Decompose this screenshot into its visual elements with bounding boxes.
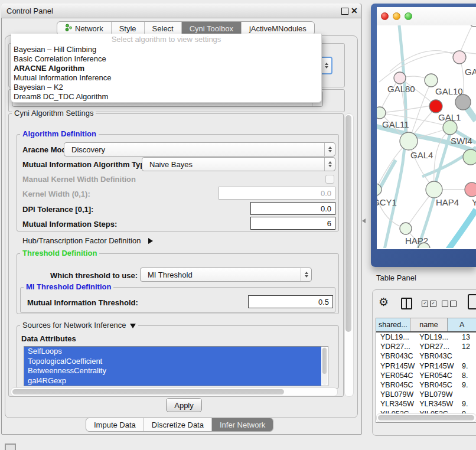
network-node[interactable] [469, 25, 476, 27]
node-label: Y [472, 197, 476, 207]
mi-threshold-group-title: MI Threshold Definition [24, 283, 113, 291]
zoom-traffic-light-icon[interactable] [405, 12, 412, 20]
tab-impute-data[interactable]: Impute Data [86, 418, 144, 431]
column-header-shared-[interactable]: shared... [376, 318, 410, 331]
manual-kernel-checkbox[interactable] [325, 175, 334, 184]
table-row[interactable]: YLR345WYLR345W9. [376, 399, 476, 409]
algorithm-option-dream8-dc-tdc-algorithm[interactable]: Dream8 DC_TDC Algorithm [11, 92, 321, 102]
table-cell: YBR045C [376, 381, 416, 389]
network-node-gal80[interactable] [394, 72, 406, 84]
table-row[interactable]: YBR045CYBR045C9. [376, 380, 476, 390]
network-node-hap4[interactable] [426, 181, 442, 198]
tab-label: Select [152, 24, 174, 33]
mi-threshold-label: Mutual Information Threshold: [27, 298, 138, 307]
attribute-item-betweennesscentrality[interactable]: BetweennessCentrality [24, 366, 321, 376]
control-panel-titlebar[interactable]: Control Panel [1, 4, 361, 18]
mi-threshold-field[interactable]: 0.5 [248, 295, 333, 308]
scrollbar-thumb[interactable] [322, 348, 327, 374]
close-icon[interactable]: ✕ [351, 6, 358, 15]
mi-steps-label: Mutual Information Steps: [22, 220, 117, 229]
algorithm-option-basic-correlation-inference[interactable]: Basic Correlation Inference [11, 54, 321, 64]
table-cell: 13 [461, 333, 476, 341]
float-window-icon[interactable] [341, 8, 348, 15]
table-row[interactable]: YBR043CYBR043C [376, 351, 476, 361]
tab-cyni-toolbox[interactable]: Cyni Toolbox [182, 22, 242, 35]
attribute-item-gal4rgexp[interactable]: gal4RGexp [24, 376, 321, 386]
network-node-gal4[interactable] [400, 132, 418, 150]
table-cell: 9. [461, 400, 476, 408]
scrollbar-thumb[interactable] [378, 415, 474, 420]
table-cell: YDR27... [416, 343, 461, 351]
table-header-row: shared...nameA [376, 318, 476, 332]
algorithm-option-bayesian-k2[interactable]: Bayesian – K2 [11, 83, 321, 92]
gear-icon[interactable]: ⚙ [379, 296, 389, 309]
network-canvas[interactable]: GALGAL80GAL10GAL11GAL1SWI4GAL4GCY1HAP4YH… [377, 25, 476, 248]
settings-vertical-scrollbar[interactable] [344, 113, 354, 397]
collapsed-arrow-icon [148, 238, 153, 244]
network-node-gal1[interactable] [443, 120, 457, 135]
table-cell: 8. [461, 371, 476, 380]
table-row[interactable]: YDR27...YDR27...12 [376, 342, 476, 351]
kernel-width-field[interactable]: 0.0 [219, 187, 335, 200]
tab-select[interactable]: Select [145, 22, 182, 35]
table-horizontal-scrollbar[interactable] [376, 413, 476, 422]
node-label: GAL10 [435, 86, 463, 96]
dpi-tolerance-field[interactable]: 0.0 [250, 202, 335, 215]
aracne-mode-select[interactable]: Discovery [64, 142, 335, 156]
mi-type-select[interactable]: Naive Bayes [142, 157, 335, 171]
table-row[interactable]: YBL079WYBL079W [376, 390, 476, 399]
checked-pair-icon[interactable]: ✓✓ [422, 301, 436, 307]
network-node[interactable] [429, 100, 442, 113]
close-traffic-light-icon[interactable] [381, 12, 389, 20]
settings-horizontal-scrollbar[interactable] [11, 387, 338, 396]
table-cell: YLR345W [376, 400, 416, 408]
tab-jactivemnodules[interactable]: jActiveMNodules [242, 22, 314, 35]
apply-button[interactable]: Apply [166, 398, 202, 412]
tab-infer-network[interactable]: Infer Network [212, 418, 273, 431]
algorithm-option-aracne-algorithm[interactable]: ARACNE Algorithm [11, 64, 321, 73]
table-cell: YBL079W [376, 390, 416, 399]
network-node-gal10[interactable] [425, 74, 438, 87]
which-threshold-select[interactable]: MI Threshold [140, 268, 312, 282]
hub-definition-toggle[interactable]: Hub/Transcription Factor Definition [22, 235, 153, 246]
table-row[interactable]: YER054CYER054C8. [376, 371, 476, 380]
table-row[interactable]: YDL19...YDL19...13 [376, 332, 476, 342]
network-window-titlebar[interactable] [377, 7, 476, 26]
node-label: GAL80 [387, 84, 415, 94]
algorithm-option-bayesian-hill-climbing[interactable]: Bayesian – Hill Climbing [11, 45, 321, 54]
table-row[interactable]: YPR145WYPR145W9. [376, 361, 476, 371]
network-node[interactable] [455, 94, 471, 110]
scrollbar-thumb[interactable] [345, 115, 351, 332]
tab-network[interactable]: Network [57, 22, 112, 35]
table-cell: YBR043C [376, 352, 416, 360]
tab-discretize-data[interactable]: Discretize Data [144, 418, 212, 431]
unchecked-pair-icon[interactable] [442, 301, 457, 307]
scrollbar-thumb[interactable] [12, 389, 284, 394]
minimize-traffic-light-icon[interactable] [393, 12, 400, 20]
network-node-hap2[interactable] [400, 223, 412, 234]
mi-steps-field[interactable]: 6 [250, 217, 335, 230]
splitter-collapse-icon[interactable] [362, 219, 366, 223]
table-cell: YDR27... [376, 343, 416, 351]
network-node-swi4[interactable] [463, 149, 476, 165]
attribute-item-selfloops[interactable]: SelfLoops [24, 347, 321, 357]
table-icon[interactable] [468, 294, 476, 309]
algorithm-definition-title: Algorithm Definition [20, 130, 99, 138]
attribute-item-topologicalcoefficient[interactable]: TopologicalCoefficient [24, 357, 321, 367]
list-vertical-scrollbar[interactable] [322, 347, 327, 385]
spinner-icon [321, 58, 331, 73]
column-header-name[interactable]: name [410, 318, 448, 331]
tab-style[interactable]: Style [112, 22, 145, 35]
table-cell: YER054C [376, 371, 416, 380]
network-node-gal[interactable] [453, 51, 466, 64]
node-label: GAL4 [410, 150, 433, 160]
table-cell: YPR145W [376, 362, 416, 370]
minimized-panel-icon[interactable] [5, 444, 16, 450]
algorithm-option-mutual-information-inference[interactable]: Mutual Information Inference [11, 73, 321, 83]
node-label: GCY1 [377, 197, 397, 207]
network-node-gal11[interactable] [377, 107, 386, 119]
columns-icon[interactable] [401, 298, 412, 309]
column-header-a[interactable]: A [448, 318, 476, 331]
network-node-y[interactable] [465, 182, 476, 197]
sources-group-title[interactable]: Sources for Network Inference [20, 321, 138, 330]
